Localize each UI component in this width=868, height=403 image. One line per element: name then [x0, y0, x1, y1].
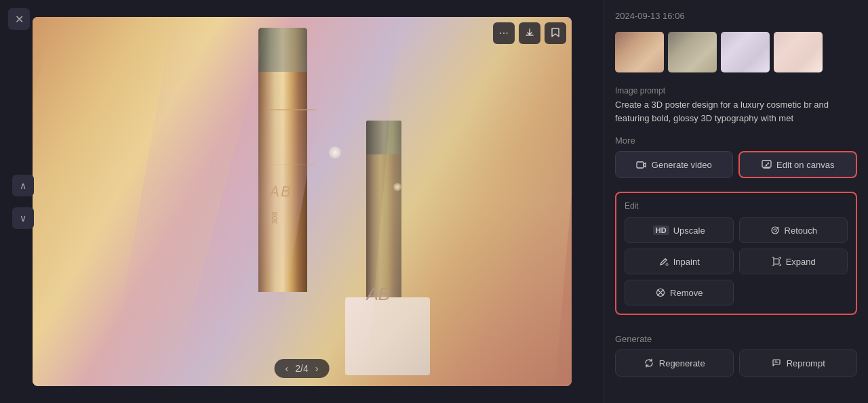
- prompt-text: Create a 3D poster design for a luxury c…: [615, 98, 857, 125]
- thumbnail-4[interactable]: [774, 32, 823, 72]
- inpaint-icon: [658, 256, 669, 267]
- right-panel: 2024-09-13 16:06 Image prompt Create a 3…: [604, 0, 868, 403]
- viewer-area: ✕ ∧ ∨ AB 308: [0, 0, 604, 403]
- image-top-controls: ⋯: [493, 22, 566, 44]
- upscale-button[interactable]: HD Upscale: [625, 217, 734, 243]
- prompt-label: Image prompt: [615, 86, 857, 96]
- more-options-button[interactable]: ⋯: [493, 22, 515, 44]
- inpaint-button[interactable]: Inpaint: [625, 249, 734, 274]
- hd-badge: HD: [653, 226, 669, 235]
- next-icon: ›: [315, 363, 319, 374]
- more-label: More: [615, 135, 857, 146]
- bookmark-icon: [551, 28, 559, 39]
- edit-buttons-grid: HD Upscale Retouch: [625, 217, 848, 305]
- retouch-label: Retouch: [785, 226, 817, 236]
- timestamp: 2024-09-13 16:06: [615, 11, 857, 21]
- expand-label: Expand: [786, 257, 816, 267]
- reprompt-button[interactable]: Reprompt: [739, 349, 858, 377]
- video-icon: [636, 159, 647, 170]
- generate-video-label: Generate video: [652, 160, 712, 170]
- close-button[interactable]: ✕: [8, 8, 30, 30]
- nav-down-button[interactable]: ∨: [12, 207, 34, 229]
- page-indicator: ‹ 2/4 ›: [275, 359, 330, 378]
- app-container: ✕ ∧ ∨ AB 308: [0, 0, 868, 403]
- remove-button[interactable]: Remove: [625, 280, 734, 305]
- reprompt-label: Reprompt: [787, 358, 825, 368]
- regenerate-label: Regenerate: [659, 358, 705, 368]
- reprompt-icon: [771, 358, 782, 368]
- generate-label: Generate: [615, 334, 857, 344]
- prev-icon: ‹: [285, 363, 289, 374]
- cosmetic-background: AB 308 AB: [33, 17, 572, 386]
- retouch-icon: [770, 225, 781, 236]
- next-page-button[interactable]: ›: [314, 363, 320, 374]
- bookmark-button[interactable]: [545, 22, 566, 44]
- expand-button[interactable]: Expand: [739, 249, 848, 274]
- edit-section: Edit HD Upscale Retouch: [615, 192, 857, 315]
- nav-up-button[interactable]: ∧: [12, 175, 34, 196]
- more-icon: ⋯: [499, 28, 509, 39]
- thumbnail-3[interactable]: [721, 32, 770, 72]
- canvas-icon: [761, 159, 772, 170]
- thumbnail-1[interactable]: [615, 32, 664, 72]
- generate-section: Generate Regenerate: [615, 331, 857, 377]
- retouch-button[interactable]: Retouch: [739, 217, 848, 243]
- inpaint-label: Inpaint: [673, 257, 700, 267]
- prompt-section: Image prompt Create a 3D poster design f…: [615, 86, 857, 125]
- svg-point-3: [666, 263, 668, 266]
- chevron-down-icon: ∨: [20, 213, 26, 224]
- main-image: AB 308 AB ⋯: [33, 17, 572, 386]
- chevron-up-icon: ∧: [20, 180, 26, 191]
- generate-video-button[interactable]: Generate video: [615, 151, 733, 178]
- regenerate-icon: [644, 358, 654, 368]
- thumbnail-2[interactable]: [668, 32, 717, 72]
- svg-rect-0: [637, 162, 644, 168]
- upscale-label: Upscale: [673, 226, 705, 236]
- edit-section-label: Edit: [625, 201, 848, 211]
- remove-label: Remove: [670, 288, 703, 298]
- edit-on-canvas-button[interactable]: Edit on canvas: [738, 151, 858, 178]
- more-buttons-row: Generate video Edit on canvas: [615, 151, 857, 178]
- page-number: 2/4: [295, 363, 308, 374]
- expand-icon: [771, 256, 782, 267]
- generate-buttons-row: Regenerate Reprompt: [615, 349, 857, 377]
- regenerate-button[interactable]: Regenerate: [615, 349, 734, 377]
- remove-icon: [655, 287, 666, 298]
- svg-rect-4: [774, 259, 779, 264]
- more-section: More Generate video: [615, 133, 857, 184]
- thumbnails-row: [615, 32, 857, 72]
- close-icon: ✕: [15, 13, 24, 26]
- download-button[interactable]: [519, 22, 540, 44]
- download-icon: [525, 28, 534, 39]
- edit-on-canvas-label: Edit on canvas: [776, 160, 834, 170]
- prev-page-button[interactable]: ‹: [284, 363, 290, 374]
